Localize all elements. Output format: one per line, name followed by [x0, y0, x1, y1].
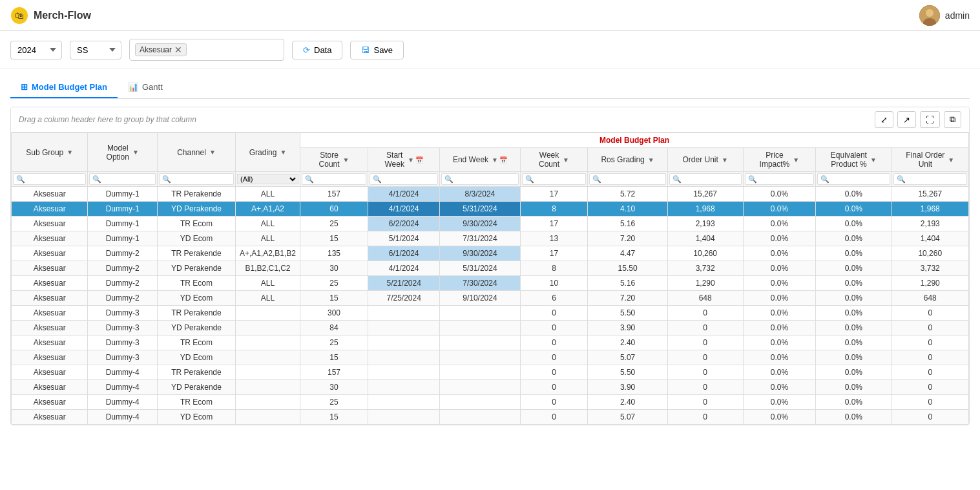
- col-model-option[interactable]: ModelOption ▼: [88, 133, 158, 172]
- store-count-filter-icon[interactable]: ▼: [343, 156, 349, 164]
- fullscreen-btn[interactable]: ⛶: [920, 111, 940, 128]
- col-end-week[interactable]: End Week ▼ 📅: [440, 148, 520, 172]
- col-order-unit[interactable]: Order Unit ▼: [667, 148, 743, 172]
- table-row[interactable]: AksesuarDummy-2TR EcomALL255/21/20247/30…: [12, 276, 969, 291]
- search-final-order-unit[interactable]: [893, 173, 967, 185]
- season-select[interactable]: SS FW: [70, 41, 121, 59]
- search-start-week[interactable]: [370, 173, 438, 185]
- export-btn[interactable]: ↗: [897, 111, 916, 128]
- save-icon: 🖫: [361, 45, 370, 55]
- sub-group-filter-icon[interactable]: ▼: [67, 149, 73, 156]
- grading-label: Grading: [249, 148, 277, 157]
- table-row[interactable]: AksesuarDummy-4YD Perakende3003.9000.0%0…: [12, 380, 969, 395]
- col-week-count[interactable]: WeekCount ▼: [520, 148, 588, 172]
- table-row[interactable]: AksesuarDummy-4YD Ecom1505.0700.0%0.0%0: [12, 410, 969, 425]
- drag-hint: Drag a column header here to group by th…: [19, 115, 196, 124]
- search-equivalent-product[interactable]: [817, 173, 890, 185]
- data-button[interactable]: ⟳ Data: [292, 41, 342, 59]
- avatar: [919, 5, 940, 26]
- search-end-week[interactable]: [441, 173, 518, 185]
- table-row[interactable]: AksesuarDummy-1TR PerakendeALL1574/1/202…: [12, 187, 969, 202]
- app-logo-icon: 🛍: [10, 6, 28, 25]
- topbar: 🛍 Merch-Flow admin: [0, 0, 980, 31]
- search-channel[interactable]: [159, 173, 234, 185]
- grid-actions: ⤢ ↗ ⛶ ⧉: [875, 111, 961, 128]
- col-channel[interactable]: Channel ▼: [157, 133, 235, 172]
- col-final-order-unit[interactable]: Final OrderUnit ▼: [891, 148, 968, 172]
- col-equivalent-product[interactable]: EquivalentProduct % ▼: [816, 148, 891, 172]
- order-unit-filter-icon[interactable]: ▼: [722, 156, 728, 164]
- table-row[interactable]: AksesuarDummy-1YD PerakendeA+,A1,A2604/1…: [12, 202, 969, 217]
- table-row[interactable]: AksesuarDummy-2TR PerakendeA+,A1,A2,B1,B…: [12, 246, 969, 261]
- aksesuar-tag[interactable]: Aksesuar ✕: [135, 43, 187, 56]
- main-content: ⊞ Model Budget Plan 📊 Gantt Drag a colum…: [0, 69, 980, 433]
- table-wrapper: Sub Group ▼ ModelOption ▼: [11, 133, 969, 425]
- table-row[interactable]: AksesuarDummy-3YD Perakende8403.9000.0%0…: [12, 321, 969, 336]
- end-week-filter-icon[interactable]: ▼: [492, 156, 498, 164]
- tab-bar: ⊞ Model Budget Plan 📊 Gantt: [10, 77, 970, 99]
- table-row[interactable]: AksesuarDummy-2YD PerakendeB1,B2,C1,C230…: [12, 261, 969, 276]
- search-store-count[interactable]: [302, 173, 366, 185]
- search-ros-grading[interactable]: [589, 173, 665, 185]
- toolbar: 2024 2023 2025 SS FW Aksesuar ✕ ⟳ Data 🖫…: [0, 31, 980, 69]
- ros-grading-filter-icon[interactable]: ▼: [648, 156, 654, 164]
- tab-gantt-label: Gantt: [142, 82, 163, 92]
- search-row: (All): [12, 172, 969, 187]
- svg-point-3: [926, 9, 933, 17]
- channel-filter-icon[interactable]: ▼: [209, 149, 216, 156]
- table-row[interactable]: AksesuarDummy-1TR EcomALL256/2/20249/30/…: [12, 217, 969, 231]
- table-row[interactable]: AksesuarDummy-4TR Ecom2502.4000.0%0.0%0: [12, 395, 969, 410]
- year-select[interactable]: 2024 2023 2025: [10, 41, 62, 59]
- save-button-label: Save: [373, 45, 393, 55]
- tab-model-budget-plan-label: Model Budget Plan: [32, 82, 107, 92]
- equivalent-product-filter-icon[interactable]: ▼: [870, 156, 877, 164]
- search-week-count[interactable]: [522, 173, 587, 185]
- grid-container: Drag a column header here to group by th…: [10, 107, 970, 425]
- group-header-label: Model Budget Plan: [599, 136, 669, 145]
- table-icon: ⊞: [21, 82, 28, 92]
- data-button-label: Data: [314, 45, 331, 55]
- save-button[interactable]: 🖫 Save: [350, 41, 404, 59]
- table-row[interactable]: AksesuarDummy-3TR Perakende30005.5000.0%…: [12, 306, 969, 321]
- model-option-label: ModelOption: [107, 144, 129, 162]
- admin-label: admin: [945, 10, 970, 21]
- table-row[interactable]: AksesuarDummy-3YD Ecom1505.0700.0%0.0%0: [12, 350, 969, 365]
- svg-text:🛍: 🛍: [15, 10, 24, 21]
- search-price-impact[interactable]: [745, 173, 815, 185]
- col-ros-grading[interactable]: Ros Grading ▼: [588, 148, 667, 172]
- final-order-unit-filter-icon[interactable]: ▼: [948, 156, 954, 164]
- model-budget-plan-group-header: Model Budget Plan: [300, 133, 969, 148]
- data-table: Sub Group ▼ ModelOption ▼: [11, 133, 969, 425]
- grading-filter-icon[interactable]: ▼: [280, 149, 286, 156]
- tab-gantt[interactable]: 📊 Gantt: [118, 77, 173, 98]
- search-model-option[interactable]: [89, 173, 156, 185]
- col-sub-group[interactable]: Sub Group ▼: [12, 133, 88, 172]
- grading-filter-select[interactable]: (All): [237, 174, 298, 184]
- topbar-right: admin: [919, 5, 970, 26]
- week-count-filter-icon[interactable]: ▼: [563, 156, 569, 164]
- col-price-impact[interactable]: PriceImpact% ▼: [743, 148, 816, 172]
- search-sub-group[interactable]: [13, 173, 86, 185]
- tag-remove-icon[interactable]: ✕: [174, 45, 182, 54]
- tab-model-budget-plan[interactable]: ⊞ Model Budget Plan: [10, 77, 118, 98]
- table-row[interactable]: AksesuarDummy-4TR Perakende15705.5000.0%…: [12, 365, 969, 380]
- start-week-filter-icon[interactable]: ▼: [408, 156, 414, 164]
- model-option-filter-icon[interactable]: ▼: [132, 149, 139, 156]
- expand-icon-btn[interactable]: ⤢: [875, 111, 893, 128]
- sub-group-label: Sub Group: [26, 148, 63, 157]
- data-icon: ⟳: [303, 45, 310, 55]
- price-impact-filter-icon[interactable]: ▼: [793, 156, 799, 164]
- col-store-count[interactable]: StoreCount ▼: [300, 148, 368, 172]
- app-title: Merch-Flow: [34, 10, 91, 21]
- search-order-unit[interactable]: [669, 173, 742, 185]
- col-grading[interactable]: Grading ▼: [235, 133, 300, 172]
- col-start-week[interactable]: StartWeek ▼ 📅: [368, 148, 440, 172]
- table-row[interactable]: AksesuarDummy-2YD EcomALL157/25/20249/10…: [12, 291, 969, 306]
- grid-toolbar: Drag a column header here to group by th…: [11, 107, 969, 133]
- category-tag-input[interactable]: Aksesuar ✕: [129, 39, 284, 61]
- bar-chart-icon: 📊: [128, 82, 138, 92]
- channel-label: Channel: [177, 148, 206, 157]
- table-row[interactable]: AksesuarDummy-3TR Ecom2502.4000.0%0.0%0: [12, 336, 969, 350]
- layout-btn[interactable]: ⧉: [944, 111, 961, 128]
- table-row[interactable]: AksesuarDummy-1YD EcomALL155/1/20247/31/…: [12, 231, 969, 246]
